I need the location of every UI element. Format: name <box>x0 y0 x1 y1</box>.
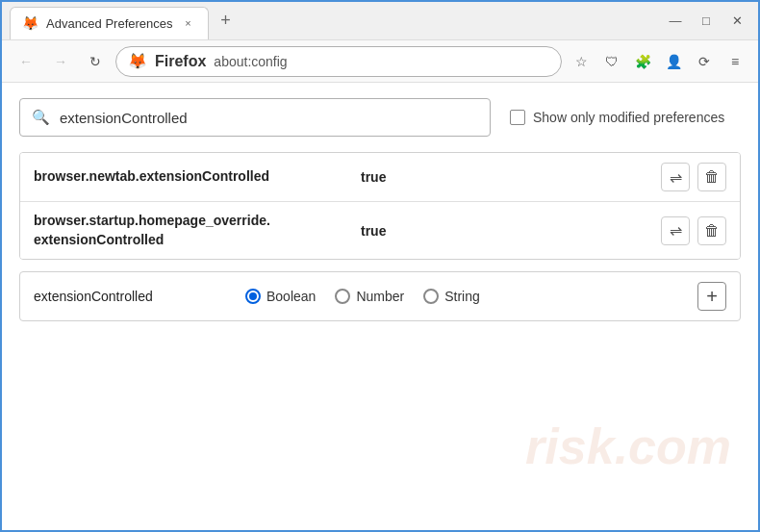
firefox-brand-icon: 🦊 <box>128 52 147 71</box>
search-row: 🔍 Show only modified preferences <box>19 98 741 137</box>
pref-toggle-button-2[interactable]: ⇌ <box>661 216 690 245</box>
menu-button[interactable]: ≡ <box>722 48 748 75</box>
nav-icons: ☆ 🛡 🧩 👤 ⟳ ≡ <box>568 48 748 75</box>
search-icon: 🔍 <box>32 109 50 126</box>
add-pref-row: extensionControlled Boolean Number Strin… <box>19 271 741 321</box>
pref-toggle-button-1[interactable]: ⇌ <box>661 163 690 191</box>
shield-button[interactable]: 🛡 <box>598 48 625 75</box>
type-boolean-radio[interactable] <box>245 289 261 304</box>
tab-title: Advanced Preferences <box>46 16 173 31</box>
title-bar: 🦊 Advanced Preferences × + — □ ✕ <box>2 2 758 40</box>
bookmark-button[interactable]: ☆ <box>568 48 595 75</box>
close-button[interactable]: ✕ <box>723 8 750 35</box>
type-string-label: String <box>444 289 480 304</box>
table-row: browser.newtab.extensionControlled true … <box>20 153 740 202</box>
pref-actions-1: ⇌ 🗑 <box>661 163 726 191</box>
type-boolean-option[interactable]: Boolean <box>245 289 316 304</box>
extension-button[interactable]: 🧩 <box>629 48 656 75</box>
show-modified-option[interactable]: Show only modified preferences <box>510 110 724 125</box>
type-radio-group: Boolean Number String <box>245 289 678 304</box>
browser-tab[interactable]: 🦊 Advanced Preferences × <box>10 7 209 39</box>
main-content: 🔍 Show only modified preferences browser… <box>2 83 758 337</box>
address-bar[interactable]: 🦊 Firefox about:config <box>115 46 562 77</box>
pref-delete-button-2[interactable]: 🗑 <box>697 216 726 245</box>
watermark: risk.com <box>525 419 731 474</box>
table-row: browser.startup.homepage_override. exten… <box>20 202 740 259</box>
browser-brand-name: Firefox <box>155 53 206 70</box>
pref-value-2: true <box>361 223 661 239</box>
show-modified-checkbox[interactable] <box>510 110 525 125</box>
prefs-table: browser.newtab.extensionControlled true … <box>19 152 741 260</box>
pref-value-1: true <box>361 169 661 185</box>
pref-delete-button-1[interactable]: 🗑 <box>697 163 726 191</box>
type-boolean-label: Boolean <box>266 289 316 304</box>
pref-name-2: browser.startup.homepage_override. exten… <box>34 212 361 249</box>
sync-button[interactable]: ⟳ <box>691 48 718 75</box>
back-button[interactable]: ← <box>12 47 40 76</box>
minimize-button[interactable]: — <box>662 8 689 35</box>
type-string-option[interactable]: String <box>423 289 480 304</box>
profile-button[interactable]: 👤 <box>660 48 687 75</box>
add-pref-button[interactable]: + <box>697 282 726 311</box>
reload-button[interactable]: ↻ <box>81 47 110 76</box>
firefox-favicon: 🦊 <box>22 15 38 31</box>
new-tab-button[interactable]: + <box>213 8 240 35</box>
search-bar[interactable]: 🔍 <box>19 98 491 137</box>
window-controls: — □ ✕ <box>662 8 750 35</box>
forward-button[interactable]: → <box>46 47 75 76</box>
type-number-label: Number <box>356 289 404 304</box>
tab-close-button[interactable]: × <box>181 15 196 31</box>
pref-name-1: browser.newtab.extensionControlled <box>34 167 361 187</box>
nav-bar: ← → ↻ 🦊 Firefox about:config ☆ 🛡 🧩 👤 ⟳ ≡ <box>2 40 758 83</box>
maximize-button[interactable]: □ <box>693 8 720 35</box>
address-url: about:config <box>214 54 287 69</box>
type-number-radio[interactable] <box>335 289 350 304</box>
new-pref-name: extensionControlled <box>34 289 226 304</box>
search-input[interactable] <box>60 110 478 126</box>
type-number-option[interactable]: Number <box>335 289 404 304</box>
pref-actions-2: ⇌ 🗑 <box>661 216 726 245</box>
type-string-radio[interactable] <box>423 289 439 304</box>
show-modified-label: Show only modified preferences <box>533 110 724 125</box>
